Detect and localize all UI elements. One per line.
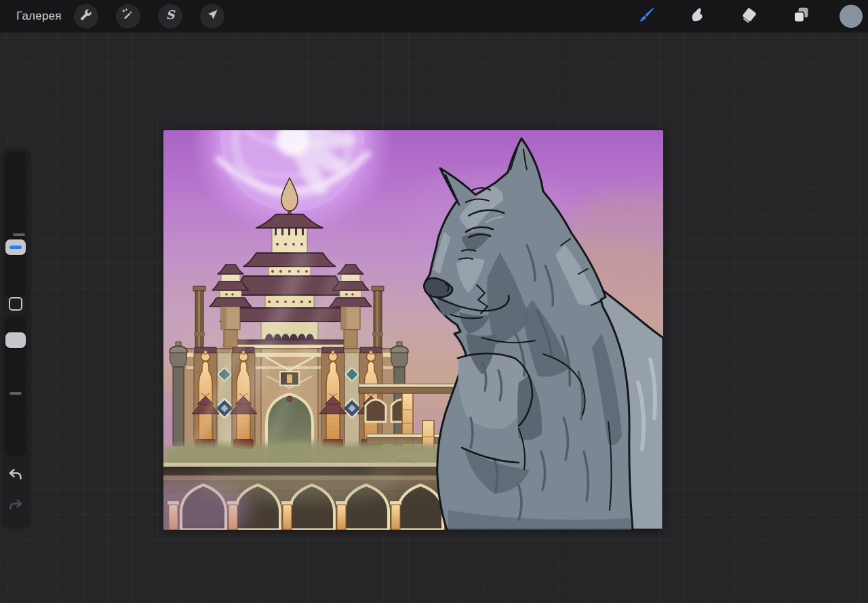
paint-brush-button[interactable]	[633, 3, 659, 29]
selection-s-icon: S	[163, 7, 178, 25]
opacity-slider[interactable]	[5, 316, 26, 456]
layers-icon	[791, 5, 810, 27]
smudge-finger-icon	[688, 5, 707, 27]
undo-button[interactable]	[7, 469, 24, 485]
active-color-swatch[interactable]	[840, 5, 863, 28]
transform-button[interactable]	[200, 4, 224, 28]
workspace-background	[0, 33, 868, 603]
magic-wand-icon	[121, 8, 135, 25]
opacity-memory-mark	[9, 392, 22, 395]
brush-size-handle[interactable]	[5, 239, 26, 255]
svg-text:S: S	[165, 8, 175, 22]
gallery-button[interactable]: Галерея	[16, 9, 62, 23]
smudge-button[interactable]	[685, 3, 711, 29]
artwork-canvas[interactable]	[163, 130, 663, 530]
opacity-handle[interactable]	[5, 332, 26, 348]
eraser-icon	[740, 5, 759, 27]
brush-icon	[636, 5, 656, 28]
eraser-button[interactable]	[736, 3, 762, 29]
brush-size-value-dash	[9, 246, 22, 249]
paint-tools-group	[620, 3, 868, 29]
transform-arrow-icon	[205, 8, 219, 24]
actions-button[interactable]	[74, 4, 98, 28]
artwork-painting	[163, 130, 663, 530]
redo-arrow-icon	[7, 498, 24, 517]
top-toolbar: Галерея S	[0, 0, 868, 33]
wrench-icon	[79, 8, 93, 25]
redo-button[interactable]	[7, 499, 24, 516]
brush-size-memory-mark	[13, 233, 25, 236]
brush-size-slider[interactable]	[5, 152, 26, 297]
undo-arrow-icon	[7, 467, 24, 486]
layers-button[interactable]	[788, 3, 814, 29]
modify-button[interactable]	[9, 297, 22, 311]
selection-button[interactable]: S	[158, 4, 182, 28]
adjustments-button[interactable]	[116, 4, 140, 28]
brush-sidebar	[1, 148, 30, 527]
